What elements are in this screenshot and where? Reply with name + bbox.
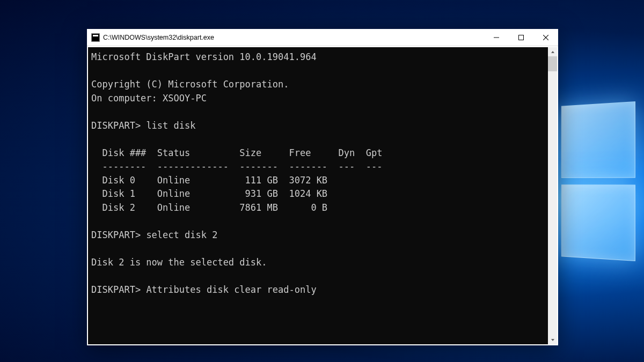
command-prompt-icon xyxy=(91,33,100,42)
logo-pane xyxy=(561,184,635,261)
chevron-up-icon xyxy=(551,50,555,54)
maximize-icon xyxy=(518,35,524,40)
command-attributes: Attributes disk clear read-only xyxy=(146,284,316,295)
prompt: DISKPART> xyxy=(91,230,141,240)
table-header: Disk ### Status Size Free Dyn Gpt xyxy=(91,147,382,158)
response-selected: Disk 2 is now the selected disk. xyxy=(91,257,267,268)
minimize-icon xyxy=(494,35,499,40)
titlebar[interactable]: C:\WINDOWS\system32\diskpart.exe xyxy=(87,29,558,46)
scroll-thumb[interactable] xyxy=(548,56,557,71)
copyright-line: Copyright (C) Microsoft Corporation. xyxy=(91,79,289,90)
version-line: Microsoft DiskPart version 10.0.19041.96… xyxy=(91,51,317,62)
table-row: Disk 0 Online 111 GB 3072 KB xyxy=(91,175,371,186)
scroll-track[interactable] xyxy=(548,56,557,335)
window-title: C:\WINDOWS\system32\diskpart.exe xyxy=(103,34,484,41)
svg-rect-0 xyxy=(494,37,499,38)
prompt: DISKPART> xyxy=(91,284,141,295)
minimize-button[interactable] xyxy=(484,29,509,46)
maximize-button[interactable] xyxy=(509,29,533,46)
scroll-down-button[interactable] xyxy=(548,335,557,344)
command-list-disk: list disk xyxy=(146,120,195,131)
prompt: DISKPART> xyxy=(91,120,141,131)
diskpart-window: C:\WINDOWS\system32\diskpart.exe Microso… xyxy=(87,29,558,345)
console-area: Microsoft DiskPart version 10.0.19041.96… xyxy=(87,46,558,345)
close-icon xyxy=(543,35,548,40)
vertical-scrollbar[interactable] xyxy=(548,47,557,344)
command-select-disk: select disk 2 xyxy=(146,230,217,240)
table-row: Disk 1 Online 931 GB 1024 KB xyxy=(91,188,371,199)
table-row: Disk 2 Online 7861 MB 0 B xyxy=(91,202,371,213)
svg-rect-1 xyxy=(519,35,524,40)
console-output[interactable]: Microsoft DiskPart version 10.0.19041.96… xyxy=(88,47,548,344)
logo-pane xyxy=(561,101,635,178)
scroll-up-button[interactable] xyxy=(548,47,557,56)
chevron-down-icon xyxy=(551,338,555,342)
close-button[interactable] xyxy=(533,29,558,46)
computer-line: On computer: XSOOY-PC xyxy=(91,93,207,104)
window-controls xyxy=(484,29,558,46)
table-divider: -------- ------------- ------- ------- -… xyxy=(91,161,382,172)
